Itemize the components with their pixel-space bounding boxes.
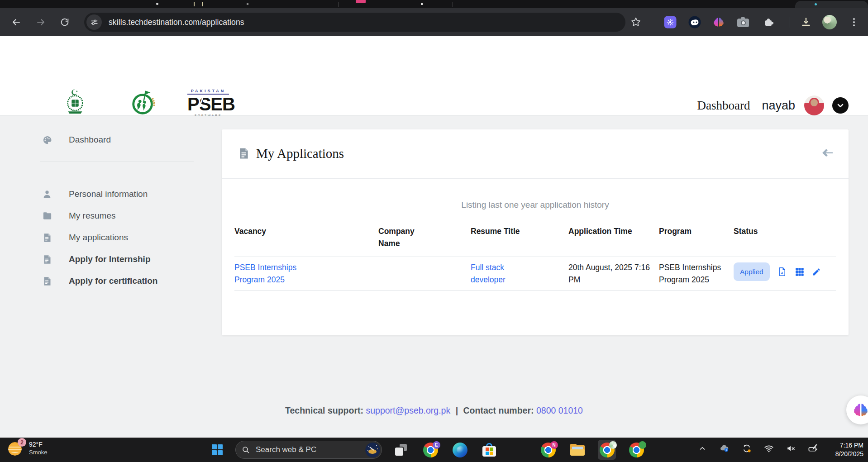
user-menu-chevron-down-icon[interactable] bbox=[832, 97, 849, 114]
weather-haze-icon: 2 bbox=[7, 440, 24, 457]
weather-temp: 92°F bbox=[29, 440, 47, 448]
col-header-application-time: Application Time bbox=[568, 225, 659, 257]
pdf-icon[interactable] bbox=[777, 267, 787, 276]
site-settings-icon[interactable] bbox=[86, 14, 102, 30]
page-title: My Applications bbox=[256, 146, 344, 161]
taskbar-app-chrome-profile-e[interactable]: E bbox=[421, 440, 439, 460]
contact-label: Contact number: bbox=[463, 405, 534, 415]
taskbar-app-microsoft-store[interactable] bbox=[480, 440, 498, 460]
contact-number-link[interactable]: 0800 01010 bbox=[536, 405, 583, 415]
applications-table: Vacancy Company Name Resume Title Applic… bbox=[234, 225, 836, 291]
table-header-row: Vacancy Company Name Resume Title Applic… bbox=[234, 225, 836, 257]
taskbar-search-box[interactable]: Search web & PC bbox=[235, 441, 382, 459]
sidebar-item-label: Apply for certification bbox=[69, 276, 157, 286]
downloads-icon[interactable] bbox=[800, 16, 812, 28]
url-text[interactable]: skills.techdestination.com/applications bbox=[109, 18, 244, 27]
start-button[interactable] bbox=[212, 444, 223, 455]
sidebar-item-my-resumes[interactable]: My resumes bbox=[0, 207, 213, 224]
tab-fragment bbox=[247, 3, 248, 5]
resume-title-link[interactable]: Full stack developer bbox=[471, 263, 506, 284]
taskbar-weather-widget[interactable]: 2 92°F Smoke bbox=[7, 440, 47, 457]
microsoft-store-icon bbox=[482, 443, 496, 457]
extension-brain-icon[interactable] bbox=[713, 16, 725, 28]
windows-logo-icon bbox=[212, 444, 223, 455]
col-header-company: Company Name bbox=[378, 225, 471, 257]
brain-icon bbox=[853, 402, 868, 418]
sidebar-item-apply-for-certification[interactable]: Apply for certification bbox=[0, 272, 213, 290]
username-text[interactable]: nayab bbox=[762, 99, 795, 113]
extension-camera-icon[interactable] bbox=[737, 17, 749, 27]
browser-profile-avatar[interactable] bbox=[822, 15, 837, 29]
file-icon bbox=[42, 232, 52, 243]
person-icon bbox=[42, 189, 52, 200]
support-label: Technical support: bbox=[285, 405, 363, 415]
extension-sun-icon[interactable] bbox=[664, 16, 677, 29]
govt-emblem-icon bbox=[62, 89, 88, 115]
extensions-puzzle-icon[interactable] bbox=[763, 17, 774, 28]
taskbar-app-chrome-profile-n[interactable]: N bbox=[539, 440, 557, 460]
reload-icon bbox=[60, 17, 70, 27]
company-cell bbox=[378, 257, 471, 291]
volume-muted-icon[interactable] bbox=[786, 443, 796, 453]
taskbar-app-remote-desktop[interactable] bbox=[510, 440, 528, 460]
task-view-icon bbox=[395, 444, 407, 456]
assistant-fab-button[interactable] bbox=[846, 395, 868, 424]
back-arrow-button[interactable] bbox=[821, 147, 835, 160]
col-header-resume-title: Resume Title bbox=[471, 225, 568, 257]
clock-time: 7:16 PM bbox=[835, 441, 863, 450]
col-header-status: Status bbox=[734, 225, 836, 257]
monitor-icon bbox=[512, 444, 525, 456]
sidebar-item-apply-for-internship[interactable]: Apply for Internship bbox=[0, 251, 213, 268]
task-view-button[interactable] bbox=[392, 440, 410, 460]
user-avatar[interactable] bbox=[804, 95, 824, 115]
notification-badge: 2 bbox=[18, 438, 26, 447]
sidebar-item-label: Dashboard bbox=[69, 135, 111, 145]
bookmark-star-icon[interactable] bbox=[630, 17, 642, 28]
sidebar-item-personal-information[interactable]: Personal information bbox=[0, 186, 213, 203]
col-header-vacancy: Vacancy bbox=[234, 225, 378, 257]
tab-fragment bbox=[421, 3, 423, 5]
nav-dashboard-link[interactable]: Dashboard bbox=[697, 99, 750, 113]
taskbar-app-file-explorer[interactable] bbox=[568, 440, 587, 460]
site-header: Ministry of Information Technology and T… bbox=[0, 36, 868, 116]
forward-button[interactable] bbox=[33, 14, 48, 30]
listing-note: Listing last one year application histor… bbox=[222, 200, 849, 210]
application-time-text: 20th August, 2025 7:16 PM bbox=[568, 262, 659, 286]
taskbar-app-chrome-profile-green[interactable] bbox=[627, 440, 645, 460]
reload-button[interactable] bbox=[57, 14, 72, 30]
dashboard-icon bbox=[42, 134, 52, 145]
pen-battery-icon[interactable] bbox=[808, 443, 818, 453]
tab-divider bbox=[339, 2, 339, 7]
tab-fragment bbox=[815, 3, 817, 5]
sidebar-item-my-applications[interactable]: My applications bbox=[0, 229, 213, 246]
extension-bot-icon[interactable] bbox=[689, 16, 701, 29]
vacancy-link[interactable]: PSEB Internships Program 2025 bbox=[234, 263, 296, 284]
taskbar-app-chrome-active[interactable] bbox=[598, 440, 616, 460]
card-divider bbox=[222, 178, 849, 179]
page-footer: Technical support: support@pseb.org.pk |… bbox=[0, 405, 868, 416]
sidebar-item-label: My resumes bbox=[69, 211, 115, 221]
table-row: PSEB Internships Program 2025 Full stack… bbox=[234, 257, 836, 291]
edit-icon[interactable] bbox=[812, 267, 821, 276]
tab-fragment bbox=[194, 2, 195, 6]
sidebar-item-dashboard[interactable]: Dashboard bbox=[0, 131, 213, 148]
browser-toolbar: skills.techdestination.com/applications bbox=[0, 8, 868, 36]
grid-icon[interactable] bbox=[795, 267, 804, 276]
active-tab-fragment bbox=[795, 1, 868, 8]
back-arrow-icon bbox=[11, 17, 22, 28]
support-email-link[interactable]: support@pseb.org.pk bbox=[366, 405, 450, 415]
wifi-icon[interactable] bbox=[763, 443, 774, 453]
taskbar-clock[interactable]: 7:16 PM 8/20/2025 bbox=[835, 441, 863, 458]
taskbar-app-edge[interactable] bbox=[451, 440, 469, 460]
onedrive-cloud-icon[interactable] bbox=[719, 443, 730, 453]
my-applications-card: My Applications Listing last one year ap… bbox=[222, 129, 849, 335]
chrome-icon: N bbox=[541, 443, 556, 457]
url-bar[interactable]: skills.techdestination.com/applications bbox=[84, 13, 625, 32]
back-button[interactable] bbox=[9, 14, 24, 30]
menu-kebab-icon[interactable] bbox=[853, 18, 855, 26]
weather-condition: Smoke bbox=[29, 449, 47, 457]
search-icon bbox=[242, 446, 250, 454]
sync-icon[interactable] bbox=[741, 443, 752, 453]
toolbar-separator bbox=[790, 17, 790, 28]
tray-chevron-up-icon[interactable] bbox=[697, 443, 707, 453]
